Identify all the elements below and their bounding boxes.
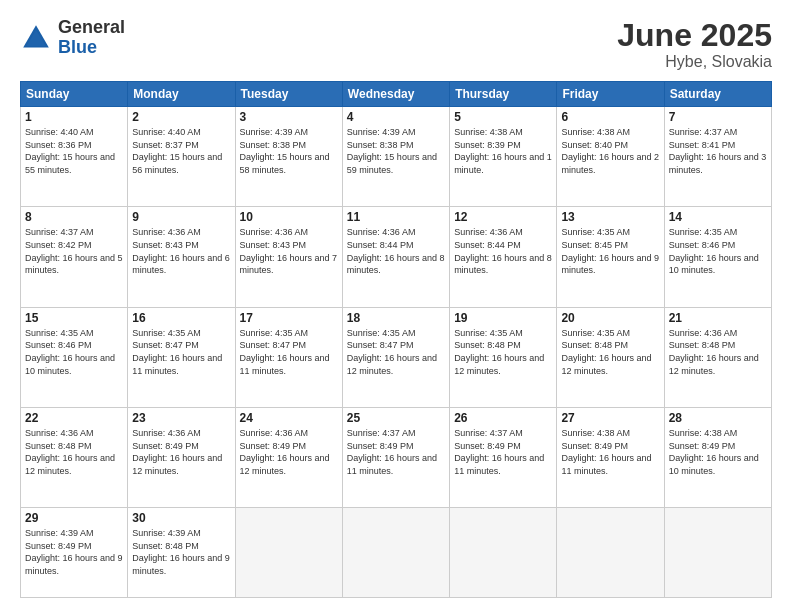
table-row: 23Sunrise: 4:36 AM Sunset: 8:49 PM Dayli… bbox=[128, 407, 235, 507]
calendar-week-0: 1Sunrise: 4:40 AM Sunset: 8:36 PM Daylig… bbox=[21, 107, 772, 207]
col-wednesday: Wednesday bbox=[342, 82, 449, 107]
table-row: 24Sunrise: 4:36 AM Sunset: 8:49 PM Dayli… bbox=[235, 407, 342, 507]
table-row: 25Sunrise: 4:37 AM Sunset: 8:49 PM Dayli… bbox=[342, 407, 449, 507]
calendar-week-2: 15Sunrise: 4:35 AM Sunset: 8:46 PM Dayli… bbox=[21, 307, 772, 407]
table-row: 14Sunrise: 4:35 AM Sunset: 8:46 PM Dayli… bbox=[664, 207, 771, 307]
month-title: June 2025 bbox=[617, 18, 772, 53]
table-row: 13Sunrise: 4:35 AM Sunset: 8:45 PM Dayli… bbox=[557, 207, 664, 307]
calendar-week-4: 29Sunrise: 4:39 AM Sunset: 8:49 PM Dayli… bbox=[21, 508, 772, 598]
location: Hybe, Slovakia bbox=[617, 53, 772, 71]
table-row: 12Sunrise: 4:36 AM Sunset: 8:44 PM Dayli… bbox=[450, 207, 557, 307]
table-row: 26Sunrise: 4:37 AM Sunset: 8:49 PM Dayli… bbox=[450, 407, 557, 507]
header: General Blue June 2025 Hybe, Slovakia bbox=[20, 18, 772, 71]
table-row: 3Sunrise: 4:39 AM Sunset: 8:38 PM Daylig… bbox=[235, 107, 342, 207]
table-row: 6Sunrise: 4:38 AM Sunset: 8:40 PM Daylig… bbox=[557, 107, 664, 207]
table-row: 1Sunrise: 4:40 AM Sunset: 8:36 PM Daylig… bbox=[21, 107, 128, 207]
logo-blue-text: Blue bbox=[58, 38, 125, 58]
table-row: 2Sunrise: 4:40 AM Sunset: 8:37 PM Daylig… bbox=[128, 107, 235, 207]
page: General Blue June 2025 Hybe, Slovakia Su… bbox=[0, 0, 792, 612]
table-row: 19Sunrise: 4:35 AM Sunset: 8:48 PM Dayli… bbox=[450, 307, 557, 407]
col-monday: Monday bbox=[128, 82, 235, 107]
table-row: 7Sunrise: 4:37 AM Sunset: 8:41 PM Daylig… bbox=[664, 107, 771, 207]
table-row bbox=[664, 508, 771, 598]
table-row: 16Sunrise: 4:35 AM Sunset: 8:47 PM Dayli… bbox=[128, 307, 235, 407]
table-row: 29Sunrise: 4:39 AM Sunset: 8:49 PM Dayli… bbox=[21, 508, 128, 598]
table-row: 5Sunrise: 4:38 AM Sunset: 8:39 PM Daylig… bbox=[450, 107, 557, 207]
table-row: 15Sunrise: 4:35 AM Sunset: 8:46 PM Dayli… bbox=[21, 307, 128, 407]
table-row: 10Sunrise: 4:36 AM Sunset: 8:43 PM Dayli… bbox=[235, 207, 342, 307]
col-tuesday: Tuesday bbox=[235, 82, 342, 107]
table-row: 28Sunrise: 4:38 AM Sunset: 8:49 PM Dayli… bbox=[664, 407, 771, 507]
logo-text: General Blue bbox=[58, 18, 125, 58]
col-saturday: Saturday bbox=[664, 82, 771, 107]
table-row: 27Sunrise: 4:38 AM Sunset: 8:49 PM Dayli… bbox=[557, 407, 664, 507]
col-thursday: Thursday bbox=[450, 82, 557, 107]
table-row: 30Sunrise: 4:39 AM Sunset: 8:48 PM Dayli… bbox=[128, 508, 235, 598]
calendar-week-1: 8Sunrise: 4:37 AM Sunset: 8:42 PM Daylig… bbox=[21, 207, 772, 307]
header-row: Sunday Monday Tuesday Wednesday Thursday… bbox=[21, 82, 772, 107]
table-row: 22Sunrise: 4:36 AM Sunset: 8:48 PM Dayli… bbox=[21, 407, 128, 507]
table-row: 8Sunrise: 4:37 AM Sunset: 8:42 PM Daylig… bbox=[21, 207, 128, 307]
col-sunday: Sunday bbox=[21, 82, 128, 107]
table-row bbox=[342, 508, 449, 598]
logo: General Blue bbox=[20, 18, 125, 58]
table-row: 9Sunrise: 4:36 AM Sunset: 8:43 PM Daylig… bbox=[128, 207, 235, 307]
table-row: 4Sunrise: 4:39 AM Sunset: 8:38 PM Daylig… bbox=[342, 107, 449, 207]
table-row bbox=[557, 508, 664, 598]
logo-general-text: General bbox=[58, 18, 125, 38]
table-row: 20Sunrise: 4:35 AM Sunset: 8:48 PM Dayli… bbox=[557, 307, 664, 407]
title-block: June 2025 Hybe, Slovakia bbox=[617, 18, 772, 71]
table-row: 21Sunrise: 4:36 AM Sunset: 8:48 PM Dayli… bbox=[664, 307, 771, 407]
table-row bbox=[235, 508, 342, 598]
calendar-table: Sunday Monday Tuesday Wednesday Thursday… bbox=[20, 81, 772, 598]
table-row: 17Sunrise: 4:35 AM Sunset: 8:47 PM Dayli… bbox=[235, 307, 342, 407]
table-row: 11Sunrise: 4:36 AM Sunset: 8:44 PM Dayli… bbox=[342, 207, 449, 307]
logo-icon bbox=[20, 22, 52, 54]
col-friday: Friday bbox=[557, 82, 664, 107]
calendar-week-3: 22Sunrise: 4:36 AM Sunset: 8:48 PM Dayli… bbox=[21, 407, 772, 507]
table-row: 18Sunrise: 4:35 AM Sunset: 8:47 PM Dayli… bbox=[342, 307, 449, 407]
table-row bbox=[450, 508, 557, 598]
